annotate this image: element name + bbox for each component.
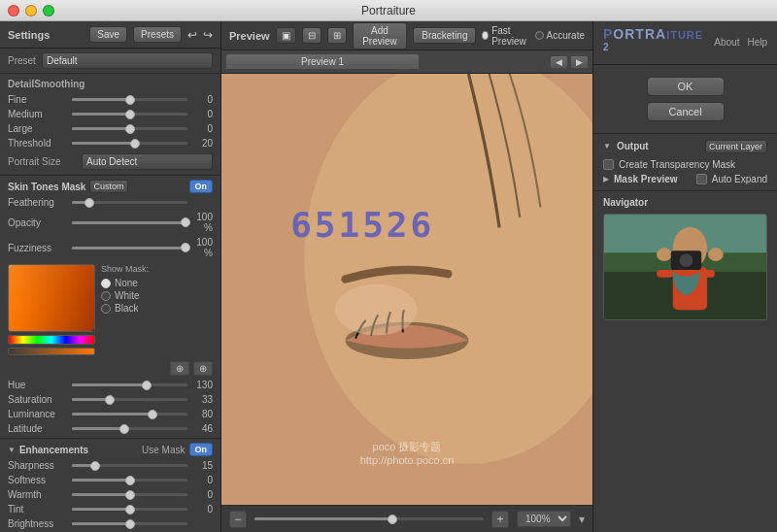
eyedropper-btn-2[interactable]: ⊕ [193,361,213,376]
preview-label: Preview [229,30,270,42]
accurate-option: Accurate [535,30,585,41]
ok-button[interactable]: OK [647,77,725,96]
hue-track[interactable] [72,383,187,386]
preview-toolbar: Preview ▣ ⊟ ⊞ Add Preview Bracketing Fas… [221,21,592,50]
hue-label: Hue [8,380,68,390]
fine-track[interactable] [72,98,187,101]
luminance-value: 80 [191,409,213,419]
redo-icon[interactable]: ↪ [203,28,213,42]
svg-point-12 [708,248,724,261]
left-panel: Settings Save Presets ↩ ↪ Preset Default… [0,21,221,532]
feathering-label: Feathering [8,197,68,208]
mask-black-row[interactable]: Black [101,303,149,314]
skin-tones-dropdown[interactable]: Custom [89,180,128,193]
portraiture-logo: PORTRAITURE 2 [603,26,714,59]
view-triple-icon[interactable]: ⊞ [327,27,347,44]
tint-label: Tint [8,504,68,515]
color-gradient[interactable] [8,264,95,332]
medium-track[interactable] [72,113,187,116]
enhancements-title: Enhancements [19,445,88,455]
mask-none-radio[interactable] [101,279,111,288]
threshold-track[interactable] [72,142,187,145]
mask-none-label: None [115,278,138,288]
sharpness-track[interactable] [72,464,187,467]
opacity-track[interactable] [72,221,187,224]
left-header: Settings Save Presets ↩ ↪ [0,21,220,49]
softness-label: Softness [8,475,68,485]
warmth-track[interactable] [72,493,187,496]
tint-track[interactable] [72,508,187,511]
accurate-label: Accurate [547,30,585,41]
alpha-strip[interactable] [8,348,95,355]
enhancements-toggle[interactable]: On [189,443,214,456]
preset-select[interactable]: Default [42,52,213,69]
warmth-slider-row: Warmth 0 [0,487,220,502]
navigator-section: Navigator [593,191,777,326]
hue-strip[interactable] [8,335,95,345]
help-link[interactable]: Help [747,37,767,48]
about-link[interactable]: About [714,37,739,48]
minimize-button[interactable] [25,5,37,17]
auto-expand-checkbox[interactable] [696,174,707,184]
feathering-track[interactable] [72,201,187,204]
luminance-track[interactable] [72,413,187,416]
output-row: ▼ Output Current Layer [603,140,767,153]
settings-title: Settings [8,29,84,41]
undo-icon[interactable]: ↩ [187,28,197,42]
mask-preview-triangle[interactable]: ▶ [603,175,609,183]
large-track[interactable] [72,127,187,130]
next-arrow[interactable]: ▶ [570,55,589,69]
maximize-button[interactable] [43,5,54,17]
right-panel: PORTRAITURE 2 About Help OK Cancel ▼ Out… [592,21,777,532]
mask-black-radio[interactable] [101,304,111,314]
add-preview-button[interactable]: Add Preview [353,22,408,50]
latitude-label: Latitude [8,423,68,434]
tint-slider-row: Tint 0 [0,502,220,516]
eyedropper-btn-1[interactable]: ⊕ [170,361,189,376]
center-panel: Preview ▣ ⊟ ⊞ Add Preview Bracketing Fas… [221,21,592,532]
view-double-icon[interactable]: ⊟ [302,27,321,44]
zoom-select[interactable]: 100% [517,511,571,527]
color-swatches [8,264,95,355]
zoom-dropdown-arrow[interactable]: ▾ [579,513,585,526]
accurate-radio[interactable] [535,31,544,40]
save-button[interactable]: Save [89,26,127,43]
threshold-value: 20 [191,138,213,149]
brightness-track[interactable] [72,522,187,525]
output-label: Output [617,141,699,151]
close-button[interactable] [8,5,19,17]
create-transparency-checkbox[interactable] [603,159,614,170]
navigator-svg [604,215,766,319]
opacity-value: 100 % [191,212,213,233]
mask-white-row[interactable]: White [101,290,149,301]
preset-label: Preset [8,55,36,66]
cancel-button[interactable]: Cancel [647,102,725,121]
output-select[interactable]: Current Layer [705,140,767,153]
mask-white-label: White [115,290,140,301]
zoom-slider[interactable] [254,517,484,520]
zoom-out-button[interactable]: − [229,511,247,528]
latitude-track[interactable] [72,427,187,430]
fast-preview-radio[interactable] [482,31,489,40]
skin-tones-toggle[interactable]: On [189,180,214,193]
mask-white-radio[interactable] [101,291,111,301]
eyedropper-row: ⊕ ⊕ [0,359,220,378]
navigator-thumbnail[interactable] [603,214,767,320]
output-triangle: ▼ [603,142,611,150]
prev-arrow[interactable]: ◀ [550,55,568,69]
saturation-track[interactable] [72,398,187,401]
fast-preview-label: Fast Preview [491,25,528,47]
warmth-value: 0 [191,489,213,500]
fuzziness-track[interactable] [72,247,187,249]
large-value: 0 [191,123,213,134]
preview-tab-1[interactable]: Preview 1 [225,53,420,70]
preview-canvas: 651526 poco 摄影专题 http://photo.poco.cn [221,74,592,505]
feathering-slider-row: Feathering [0,195,220,210]
softness-track[interactable] [72,479,187,482]
portrait-size-select[interactable]: Auto Detect [82,153,213,170]
presets-button[interactable]: Presets [133,26,182,43]
view-single-icon[interactable]: ▣ [276,27,296,44]
zoom-in-button[interactable]: + [491,511,509,528]
bracketing-button[interactable]: Bracketing [413,27,476,44]
mask-none-row[interactable]: None [101,278,149,288]
